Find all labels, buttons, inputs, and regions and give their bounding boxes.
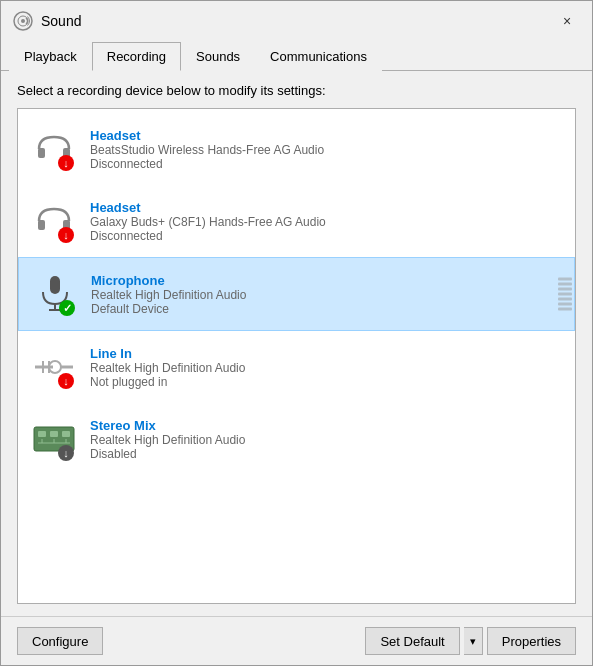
- device-info: Stereo Mix Realtek High Definition Audio…: [90, 418, 563, 461]
- device-status: Not plugged in: [90, 375, 563, 389]
- tab-sounds[interactable]: Sounds: [181, 42, 255, 71]
- device-icon-wrap: ↓: [30, 341, 78, 393]
- device-status: Disconnected: [90, 157, 563, 171]
- configure-button[interactable]: Configure: [17, 627, 103, 655]
- svg-rect-7: [50, 276, 60, 294]
- title-bar: Sound ×: [1, 1, 592, 41]
- device-desc: Realtek High Definition Audio: [91, 288, 562, 302]
- device-name: Headset: [90, 200, 563, 215]
- device-name: Headset: [90, 128, 563, 143]
- device-name: Line In: [90, 346, 563, 361]
- device-list[interactable]: ↓ Headset BeatsStudio Wireless Hands-Fre…: [18, 109, 575, 603]
- device-item-stereomix[interactable]: ↓ Stereo Mix Realtek High Definition Aud…: [18, 403, 575, 475]
- content-area: Select a recording device below to modif…: [1, 71, 592, 616]
- tab-recording[interactable]: Recording: [92, 42, 181, 71]
- tab-communications[interactable]: Communications: [255, 42, 382, 71]
- svg-rect-3: [38, 148, 45, 158]
- svg-rect-17: [50, 431, 58, 437]
- svg-rect-18: [62, 431, 70, 437]
- svg-rect-16: [38, 431, 46, 437]
- device-status: Default Device: [91, 302, 562, 316]
- device-item-microphone[interactable]: ✓ Microphone Realtek High Definition Aud…: [18, 257, 575, 331]
- svg-point-2: [21, 19, 25, 23]
- instruction-text: Select a recording device below to modif…: [17, 83, 576, 98]
- set-default-dropdown-button[interactable]: ▾: [464, 627, 483, 655]
- tab-bar: Playback Recording Sounds Communications: [1, 41, 592, 71]
- device-info: Headset Galaxy Buds+ (C8F1) Hands-Free A…: [90, 200, 563, 243]
- device-list-container: ↓ Headset BeatsStudio Wireless Hands-Fre…: [17, 108, 576, 604]
- device-icon-wrap: ✓: [31, 268, 79, 320]
- bottom-bar: Configure Set Default ▾ Properties: [1, 616, 592, 665]
- sound-icon: [13, 11, 33, 31]
- device-icon-wrap: ↓: [30, 123, 78, 175]
- status-badge-red: ↓: [58, 373, 74, 389]
- device-desc: Realtek High Definition Audio: [90, 433, 563, 447]
- device-icon-wrap: ↓: [30, 413, 78, 465]
- tab-playback[interactable]: Playback: [9, 42, 92, 71]
- device-item-headset-beats[interactable]: ↓ Headset BeatsStudio Wireless Hands-Fre…: [18, 113, 575, 185]
- device-item-headset-galaxy[interactable]: ↓ Headset Galaxy Buds+ (C8F1) Hands-Free…: [18, 185, 575, 257]
- device-status: Disabled: [90, 447, 563, 461]
- device-name: Stereo Mix: [90, 418, 563, 433]
- svg-rect-5: [38, 220, 45, 230]
- device-status: Disconnected: [90, 229, 563, 243]
- properties-button[interactable]: Properties: [487, 627, 576, 655]
- window-title: Sound: [41, 13, 81, 29]
- device-info: Microphone Realtek High Definition Audio…: [91, 273, 562, 316]
- device-icon-wrap: ↓: [30, 195, 78, 247]
- status-badge-red: ↓: [58, 155, 74, 171]
- sound-dialog: Sound × Playback Recording Sounds Commun…: [0, 0, 593, 666]
- device-info: Headset BeatsStudio Wireless Hands-Free …: [90, 128, 563, 171]
- device-desc: Realtek High Definition Audio: [90, 361, 563, 375]
- device-item-linein[interactable]: ↓ Line In Realtek High Definition Audio …: [18, 331, 575, 403]
- status-badge-green: ✓: [59, 300, 75, 316]
- device-name: Microphone: [91, 273, 562, 288]
- scrollbar-indicator: [558, 278, 572, 311]
- set-default-button[interactable]: Set Default: [365, 627, 459, 655]
- device-info: Line In Realtek High Definition Audio No…: [90, 346, 563, 389]
- device-desc: BeatsStudio Wireless Hands-Free AG Audio: [90, 143, 563, 157]
- status-badge-gray: ↓: [58, 445, 74, 461]
- close-button[interactable]: ×: [554, 8, 580, 34]
- status-badge-red: ↓: [58, 227, 74, 243]
- device-desc: Galaxy Buds+ (C8F1) Hands-Free AG Audio: [90, 215, 563, 229]
